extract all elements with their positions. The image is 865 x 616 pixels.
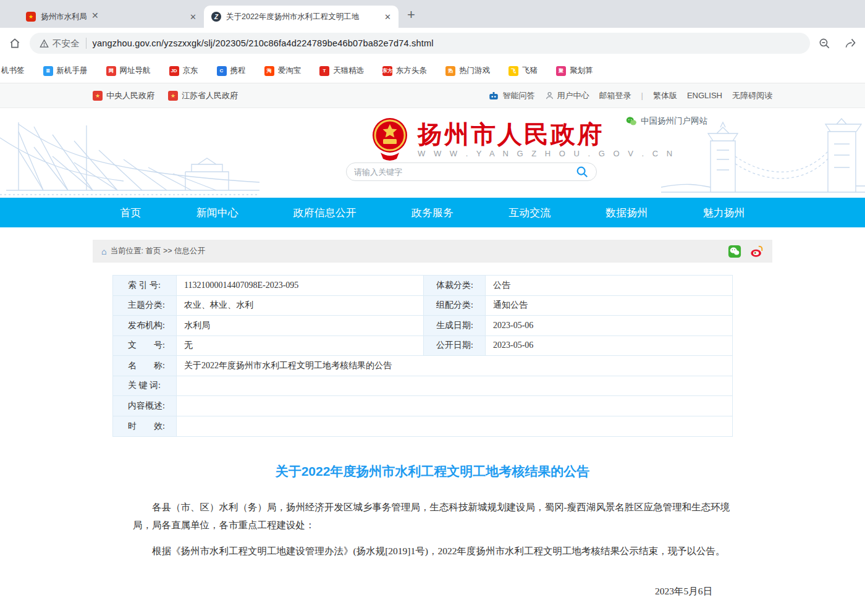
close-icon[interactable]: ✕ — [190, 12, 196, 22]
zoom-out-icon[interactable] — [819, 38, 830, 49]
mail-login-link[interactable]: 邮箱登录 — [599, 90, 631, 101]
tab-announcement-active[interactable]: Z 关于2022年度扬州市水利工程文明工地 ✕ — [204, 6, 399, 28]
bookmark-label: 网址导航 — [120, 65, 151, 76]
meta-label: 体裁分类: — [424, 276, 486, 295]
new-tab-button[interactable]: + — [407, 7, 415, 23]
bookmark-item[interactable]: T 天猫精选 — [319, 65, 364, 76]
site-domain: W W W . Y A N G Z H O U . G O V . C N — [418, 149, 675, 158]
divider: | — [641, 91, 643, 100]
bookmark-label: 热门游戏 — [459, 65, 490, 76]
meta-value: 无 — [177, 336, 424, 356]
nav-item[interactable]: 首页 — [120, 206, 141, 220]
nav-item[interactable]: 政务服务 — [411, 206, 454, 220]
nav-item[interactable]: 新闻中心 — [196, 206, 238, 220]
close-icon[interactable]: ✕ — [91, 11, 99, 20]
bookmark-item[interactable]: JD 京东 — [169, 65, 198, 76]
bookmark-item[interactable]: 淘 爱淘宝 — [264, 65, 302, 76]
bookmark-label: 机书签 — [1, 65, 25, 76]
wechat-icon — [626, 116, 637, 126]
main-navigation: 首页 新闻中心 政府信息公开 政务服务 互动交流 数据扬州 魅力扬州 — [0, 198, 865, 227]
bookmark-item[interactable]: 网 网址导航 — [106, 65, 151, 76]
national-emblem-favicon: ★ — [26, 12, 36, 22]
robot-icon — [488, 91, 499, 101]
meta-label: 时 效: — [113, 416, 177, 437]
nav-item[interactable]: 政府信息公开 — [293, 206, 357, 220]
gov-utility-bar: ★ 中央人民政府 ★ 江苏省人民政府 智能问答 用户中心 邮箱登录 | 繁体版 — [0, 83, 865, 108]
bookmark-item[interactable]: 热 热门游戏 — [445, 65, 490, 76]
meta-value — [177, 376, 732, 396]
bookmark-item[interactable]: 飞 飞猪 — [508, 65, 538, 76]
document-metadata-table: 索 引 号: 11321000014407098E-2023-095 体裁分类:… — [112, 275, 733, 437]
bookmark-item[interactable]: C 携程 — [217, 65, 246, 76]
nav-item[interactable]: 数据扬州 — [606, 206, 648, 220]
bookmark-item[interactable]: 东方 东方头条 — [382, 65, 427, 76]
bookmark-item[interactable]: 聚 聚划算 — [556, 65, 593, 76]
tab-title: 关于2022年度扬州市水利工程文明工地 — [226, 12, 379, 22]
meta-value: 农业、林业、水利 — [177, 296, 424, 316]
nav-item[interactable]: 互动交流 — [508, 206, 551, 220]
table-row: 文 号: 无 公开日期: 2023-05-06 — [113, 336, 732, 357]
article-title: 关于2022年度扬州市水利工程文明工地考核结果的公告 — [133, 463, 732, 480]
meta-value: 公告 — [486, 276, 732, 295]
meta-label: 关 键 词: — [113, 376, 177, 396]
national-emblem-logo — [371, 117, 409, 161]
bookmark-favicon: T — [319, 66, 329, 76]
article-paragraph: 根据《扬州市水利工程文明工地建设管理办法》(扬水规[2019]1号)，2022年… — [133, 542, 732, 560]
bookmark-item[interactable]: ≣ 新机手册 — [43, 65, 88, 76]
bookmark-label: 飞猪 — [522, 65, 538, 76]
search-input[interactable] — [354, 167, 575, 177]
national-emblem-icon: ★ — [168, 91, 178, 101]
gov-portal-label: 江苏省人民政府 — [182, 90, 238, 101]
bookmark-item[interactable]: 机书签 — [1, 65, 25, 76]
meta-label: 主题分类: — [113, 296, 177, 316]
browser-address-bar: 不安全 yangzhou.gov.cn/yzszxxgk/slj/202305/… — [0, 28, 865, 59]
english-version-link[interactable]: ENGLISH — [687, 91, 722, 100]
security-warning[interactable]: 不安全 — [40, 38, 80, 49]
url-omnibox[interactable]: 不安全 yangzhou.gov.cn/yzszxxgk/slj/202305/… — [30, 33, 810, 54]
browser-tab-bar: ✕ ★ 扬州市水利局 ✕ Z 关于2022年度扬州市水利工程文明工地 ✕ + — [0, 0, 865, 28]
meta-value: 关于2022年度扬州市水利工程文明工地考核结果的公告 — [177, 356, 732, 376]
accessibility-link[interactable]: 无障碍阅读 — [732, 90, 772, 101]
site-search-box[interactable] — [346, 162, 597, 181]
article-date: 2023年5月6日 — [133, 585, 732, 598]
url-text[interactable]: yangzhou.gov.cn/yzszxxgk/slj/202305/210c… — [93, 38, 434, 48]
breadcrumb: ⌂ 当前位置: 首页 >> 信息公开 — [93, 240, 772, 263]
tab-title: 扬州市水利局 — [41, 12, 185, 22]
table-row: 发布机构: 水利局 生成日期: 2023-05-06 — [113, 316, 732, 336]
breadcrumb-label[interactable]: 当前位置: 首页 >> 信息公开 — [110, 246, 205, 256]
bookmark-favicon: ≣ — [43, 66, 53, 76]
bookmark-label: 爱淘宝 — [278, 65, 302, 76]
wechat-portal-link[interactable]: 中国扬州门户网站 — [626, 116, 707, 127]
close-icon[interactable]: ✕ — [384, 12, 391, 22]
home-icon[interactable] — [9, 37, 21, 49]
nav-item[interactable]: 魅力扬州 — [703, 206, 745, 220]
meta-label: 生成日期: — [424, 316, 486, 335]
site-header-banner: 扬州市人民政府 W W W . Y A N G Z H O U . G O V … — [0, 108, 865, 198]
table-row: 索 引 号: 11321000014407098E-2023-095 体裁分类:… — [113, 276, 732, 296]
meta-label: 文 号: — [113, 336, 177, 356]
divider — [86, 38, 86, 49]
bookmarks-bar: 机书签 ≣ 新机手册 网 网址导航 JD 京东 C 携程 淘 爱淘宝 T 天猫精… — [0, 59, 865, 83]
search-icon[interactable] — [575, 165, 589, 179]
wechat-share-icon[interactable] — [728, 245, 741, 258]
tab-yangzhou-water-bureau[interactable]: ★ 扬州市水利局 ✕ — [19, 6, 204, 28]
meta-value: 2023-05-06 — [486, 336, 732, 356]
meta-label: 组配分类: — [424, 296, 486, 316]
user-center-link[interactable]: 用户中心 — [545, 90, 589, 101]
smart-qa-link[interactable]: 智能问答 — [488, 90, 535, 101]
meta-label: 名 称: — [113, 356, 177, 376]
not-secure-label: 不安全 — [53, 38, 80, 49]
weibo-share-icon[interactable] — [750, 245, 764, 258]
traditional-version-link[interactable]: 繁体版 — [653, 90, 677, 101]
meta-label: 发布机构: — [113, 316, 177, 335]
gov-portal-link[interactable]: ★ 江苏省人民政府 — [168, 90, 238, 101]
meta-value: 2023-05-06 — [486, 316, 732, 335]
gov-portal-link[interactable]: ★ 中央人民政府 — [93, 90, 154, 101]
table-row: 时 效: — [113, 416, 732, 437]
browser-logo-favicon: Z — [211, 12, 221, 22]
table-row: 主题分类: 农业、林业、水利 组配分类: 通知公告 — [113, 296, 732, 316]
bookmark-favicon: 飞 — [508, 66, 518, 76]
share-icon[interactable] — [844, 37, 856, 49]
meta-value: 水利局 — [177, 316, 424, 335]
meta-label: 内容概述: — [113, 396, 177, 416]
